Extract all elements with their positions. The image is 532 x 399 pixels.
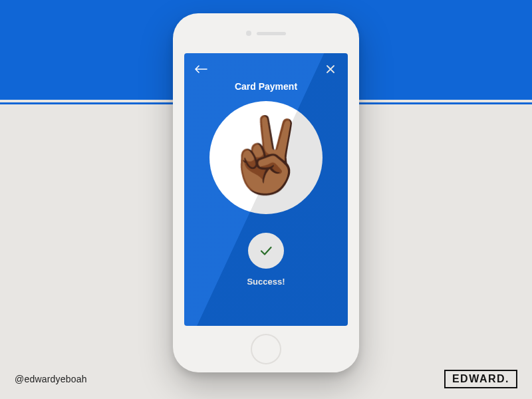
success-check-circle[interactable] (248, 233, 284, 269)
phone-top-bezel (173, 13, 359, 53)
peace-sign-icon: ✌🏾 (221, 118, 312, 192)
screen-title: Card Payment (184, 81, 348, 92)
close-icon[interactable] (324, 63, 337, 76)
illustration-circle: ✌🏾 (209, 101, 323, 214)
back-arrow-icon[interactable] (195, 63, 208, 76)
phone-speaker-slot (257, 32, 286, 35)
app-screen: Card Payment ✌🏾 Success! (184, 53, 348, 326)
author-handle: @edwardyeboah (15, 374, 87, 384)
success-label: Success! (184, 277, 348, 287)
screen-header (184, 53, 348, 80)
author-logo: EDWARD. (444, 370, 517, 388)
phone-camera-dot (246, 31, 251, 36)
checkmark-icon (258, 243, 274, 259)
phone-home-button[interactable] (251, 334, 281, 364)
phone-mockup: Card Payment ✌🏾 Success! (173, 13, 359, 372)
